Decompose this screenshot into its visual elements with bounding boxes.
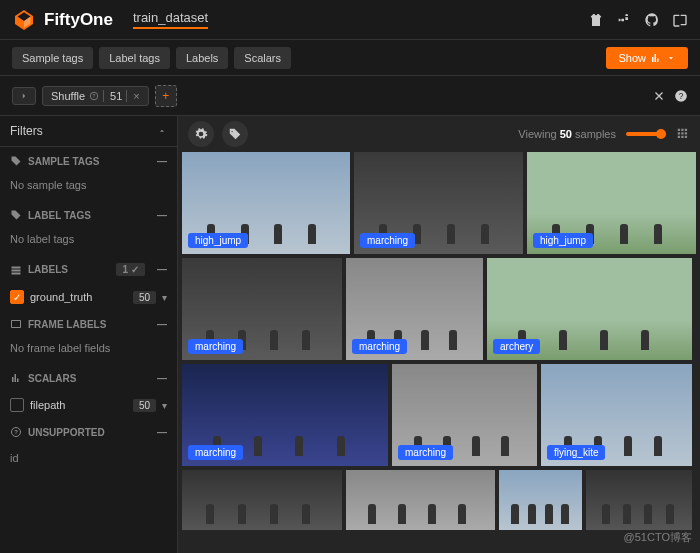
zoom-slider[interactable] (626, 132, 666, 136)
watermark: @51CTO博客 (624, 530, 692, 545)
chart-icon (650, 52, 662, 64)
svg-text:?: ? (679, 91, 684, 100)
tags-icon (10, 209, 22, 221)
svg-text:?: ? (14, 429, 18, 435)
main-content: Filters SAMPLE TAGS — No sample tags LAB… (0, 116, 700, 553)
dataset-selector[interactable]: train_dataset (133, 10, 208, 29)
checkbox-unchecked[interactable] (10, 398, 24, 412)
show-button[interactable]: Show (606, 47, 688, 69)
tag-bar: Sample tags Label tags Labels Scalars Sh… (0, 40, 700, 76)
sample-thumbnail[interactable]: marching (182, 258, 342, 360)
labels-icon (10, 264, 22, 276)
scalars-icon (10, 372, 22, 384)
sample-label: high_jump (533, 233, 593, 248)
frame-icon (10, 318, 22, 330)
chevron-down-icon: ▾ (162, 400, 167, 411)
add-stage-button[interactable]: + (155, 85, 177, 107)
slack-icon[interactable] (616, 12, 632, 28)
sample-label: archery (493, 339, 540, 354)
view-stage-shuffle[interactable]: Shuffle ? 51 × (42, 86, 149, 106)
section-scalars[interactable]: SCALARS — (0, 364, 177, 392)
sample-thumbnail[interactable] (182, 470, 342, 530)
sample-thumbnail[interactable]: marching (392, 364, 537, 466)
remove-stage-icon[interactable]: × (126, 90, 139, 102)
chevron-right-icon (19, 91, 29, 101)
unsupported-id: id (0, 446, 177, 470)
checkbox-checked[interactable] (10, 290, 24, 304)
sample-thumbnail[interactable]: high_jump (527, 152, 696, 254)
samples-grid[interactable]: high_jumpmarchinghigh_jumpmarchingmarchi… (178, 152, 700, 553)
grid-view-icon[interactable] (676, 127, 690, 141)
sample-thumbnail[interactable] (499, 470, 582, 530)
section-label-tags[interactable]: LABEL TAGS — (0, 201, 177, 229)
sample-thumbnail[interactable] (346, 470, 495, 530)
grid-header: Viewing 50 samples (178, 116, 700, 152)
svg-text:?: ? (93, 92, 96, 98)
brand-name: FiftyOne (44, 10, 113, 30)
sample-thumbnail[interactable] (586, 470, 692, 530)
label-ground-truth[interactable]: ground_truth 50 ▾ (0, 284, 177, 310)
brand-logo: FiftyOne (12, 8, 113, 32)
gear-icon (194, 127, 208, 141)
section-sample-tags[interactable]: SAMPLE TAGS — (0, 147, 177, 175)
app-header: FiftyOne train_dataset (0, 0, 700, 40)
fiftyone-logo-icon (12, 8, 36, 32)
help-icon: ? (89, 91, 99, 101)
sample-label: marching (188, 445, 243, 460)
sample-label: marching (352, 339, 407, 354)
grid-area: Viewing 50 samples high_jumpmarchinghigh… (178, 116, 700, 553)
sidebar: Filters SAMPLE TAGS — No sample tags LAB… (0, 116, 178, 553)
header-actions (588, 12, 688, 28)
chevron-down-icon (666, 53, 676, 63)
view-back-button[interactable] (12, 87, 36, 105)
help-circle-icon[interactable]: ? (674, 89, 688, 103)
unsupported-icon: ? (10, 426, 22, 438)
section-unsupported[interactable]: ? UNSUPPORTED — (0, 418, 177, 446)
view-bar: Shuffle ? 51 × + ? (0, 76, 700, 116)
sample-tags-button[interactable]: Sample tags (12, 47, 93, 69)
tshirt-icon[interactable] (588, 12, 604, 28)
chevron-up-icon (157, 126, 167, 136)
filters-header[interactable]: Filters (0, 116, 177, 147)
sample-thumbnail[interactable]: high_jump (182, 152, 350, 254)
sample-thumbnail[interactable]: flying_kite (541, 364, 692, 466)
settings-button[interactable] (188, 121, 214, 147)
sample-label: marching (360, 233, 415, 248)
github-icon[interactable] (644, 12, 660, 28)
viewing-count: Viewing 50 samples (518, 128, 616, 140)
sample-thumbnail[interactable]: marching (354, 152, 523, 254)
sample-label: marching (188, 339, 243, 354)
section-frame-labels[interactable]: FRAME LABELS — (0, 310, 177, 338)
scalars-button[interactable]: Scalars (234, 47, 291, 69)
sample-label: high_jump (188, 233, 248, 248)
sample-label: flying_kite (547, 445, 605, 460)
section-labels[interactable]: LABELS 1 ✓ — (0, 255, 177, 284)
sample-tags-empty: No sample tags (0, 175, 177, 201)
sample-thumbnail[interactable]: marching (346, 258, 483, 360)
chevron-down-icon: ▾ (162, 292, 167, 303)
scalar-filepath[interactable]: filepath 50 ▾ (0, 392, 177, 418)
label-tags-empty: No label tags (0, 229, 177, 255)
tag-button[interactable] (222, 121, 248, 147)
label-tags-button[interactable]: Label tags (99, 47, 170, 69)
frame-labels-empty: No frame label fields (0, 338, 177, 364)
labels-button[interactable]: Labels (176, 47, 228, 69)
tag-icon (228, 127, 242, 141)
docs-icon[interactable] (672, 12, 688, 28)
sample-thumbnail[interactable]: archery (487, 258, 692, 360)
tag-icon (10, 155, 22, 167)
sample-thumbnail[interactable]: marching (182, 364, 388, 466)
clear-view-icon[interactable] (652, 89, 666, 103)
sample-label: marching (398, 445, 453, 460)
